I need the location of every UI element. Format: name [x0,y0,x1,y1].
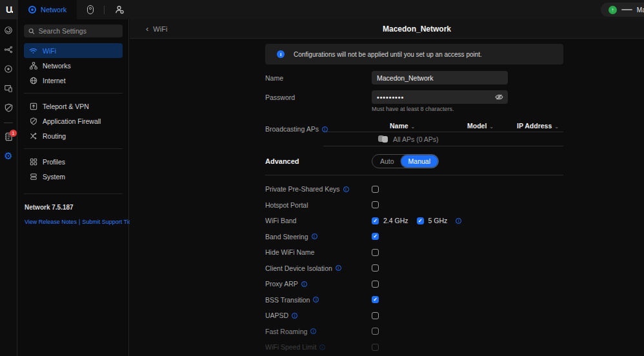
band-24ghz-checkbox[interactable] [372,217,379,224]
wifi-icon [29,48,37,54]
setting-row-hotspot-portal: Hotspot Portal [265,197,563,213]
setting-row-wifi-band: WiFi Band 2.4 GHz 5 GHz [265,213,563,229]
routing-icon [29,132,37,140]
info-icon: i [277,50,285,58]
unifi-logo[interactable]: U [0,0,18,19]
notifications-icon[interactable]: 1 [4,132,13,141]
advanced-settings-list: Private Pre-Shared Keys Hotspot Portal W… [265,181,563,355]
advanced-row: Advanced Auto Manual [265,154,563,168]
info-icon[interactable] [301,281,307,287]
release-notes-link[interactable]: View Release Notes [25,219,77,225]
setting-row-proxy-arp: Proxy ARP [265,276,563,292]
settings-gear-icon[interactable]: ⚙ [4,152,13,161]
setting-row-client-isolation: Client Device Isolation [265,261,563,277]
private-psk-checkbox[interactable] [372,186,379,193]
sidebar-divider [24,193,123,194]
setting-row-wifi-speed-limit: WiFi Speed Limit [265,339,563,355]
sidebar-item-internet[interactable]: Internet [24,73,123,88]
page-title: Macedon_Network [383,25,451,34]
password-input[interactable] [372,90,508,104]
dashboard-icon[interactable] [4,26,13,35]
name-row: Name [265,71,563,84]
users-icon[interactable] [115,5,125,14]
setting-row-fast-roaming: Fast Roaming [265,324,563,340]
network-version: Network 7.5.187 [24,204,123,211]
bss-transition-checkbox[interactable] [372,296,379,303]
setting-row-private-psk: Private Pre-Shared Keys [265,181,563,197]
sidebar-item-teleport-vpn[interactable]: Teleport & VPN [24,99,123,114]
sidebar-item-routing[interactable]: Routing [24,128,123,143]
info-icon[interactable] [456,218,461,224]
teleport-icon [29,103,37,110]
internet-globe-icon [29,77,37,84]
wifi-speed-limit-checkbox[interactable] [372,344,379,351]
search-settings[interactable] [24,25,123,37]
app-rail: 1 ⚙ [0,19,17,356]
password-row: Password [265,90,563,104]
password-helper: Must have at least 8 characters. [372,106,563,112]
fast-roaming-checkbox[interactable] [372,328,379,335]
info-icon[interactable] [343,186,349,192]
main-header: WiFi Macedon_Network [130,19,644,39]
advanced-manual-option[interactable]: Manual [401,155,438,167]
broadcasting-info-icon[interactable] [322,126,328,132]
sidebar-item-application-firewall[interactable]: Application Firewall [24,114,123,128]
firewall-shield-icon [29,117,37,125]
column-ip-address[interactable]: IP Address [517,122,563,130]
system-stack-icon [29,173,37,181]
back-to-wifi-button[interactable]: WiFi [146,24,167,34]
sidebar-item-wifi[interactable]: WiFi [24,43,123,58]
clients-icon[interactable] [4,84,13,93]
rail-divider [4,123,13,123]
info-icon[interactable] [312,233,317,239]
info-icon[interactable] [292,313,297,319]
advanced-mode-toggle: Auto Manual [372,154,439,168]
info-icon[interactable] [313,297,319,302]
proxy-arp-checkbox[interactable] [372,281,379,288]
sort-chevron-icon [411,124,416,130]
band-steering-checkbox[interactable] [372,233,379,240]
site-switcher[interactable]: ↑ Macedon [601,3,644,17]
signal-dash-icon [621,9,632,10]
toggle-password-visibility-icon[interactable] [495,93,503,101]
all-aps-row[interactable]: All APs (0 APs) [323,132,563,146]
search-input[interactable] [39,27,118,35]
search-icon [28,28,35,35]
info-icon[interactable] [319,344,325,350]
sort-chevron-icon [554,124,559,130]
name-input[interactable] [372,71,508,84]
column-model[interactable]: Model [467,122,517,130]
devices-radio-icon[interactable] [4,64,13,74]
sidebar-item-profiles[interactable]: Profiles [24,154,123,169]
hide-wifi-name-checkbox[interactable] [372,249,379,256]
uapsd-checkbox[interactable] [372,312,379,319]
tab-network[interactable]: Network [18,0,77,19]
topology-icon[interactable] [4,45,13,54]
sidebar-divider [24,93,123,94]
networks-icon [29,62,37,70]
sidebar-item-networks[interactable]: Networks [24,58,123,73]
wifi-settings-form: i Configurations will not be applied unt… [130,39,644,356]
uptime-icon: ↑ [609,6,617,14]
client-isolation-checkbox[interactable] [372,264,379,272]
broadcasting-aps-label: Broadcasting APs [265,122,372,133]
back-chevron-icon [146,24,148,34]
info-icon[interactable] [336,265,341,271]
hotspot-portal-checkbox[interactable] [372,201,379,208]
top-bar: U Network ↑ Macedon [0,0,644,19]
sidebar-divider [24,148,123,149]
security-shield-icon[interactable] [4,103,13,112]
main-panel: WiFi Macedon_Network i Configurations wi… [130,19,644,356]
sort-chevron-icon [489,124,494,130]
topbar-separator [104,6,105,14]
setting-row-uapsd: UAPSD [265,308,563,324]
protect-app-icon[interactable] [87,5,94,14]
info-icon[interactable] [310,328,316,334]
band-5ghz-checkbox[interactable] [417,217,424,224]
sidebar-item-system[interactable]: System [24,169,123,184]
section-divider [265,175,563,175]
advanced-auto-option[interactable]: Auto [373,155,401,167]
notification-badge: 1 [10,130,17,137]
profiles-grid-icon [29,158,37,166]
setting-row-hide-wifi-name: Hide WiFi Name [265,244,563,261]
